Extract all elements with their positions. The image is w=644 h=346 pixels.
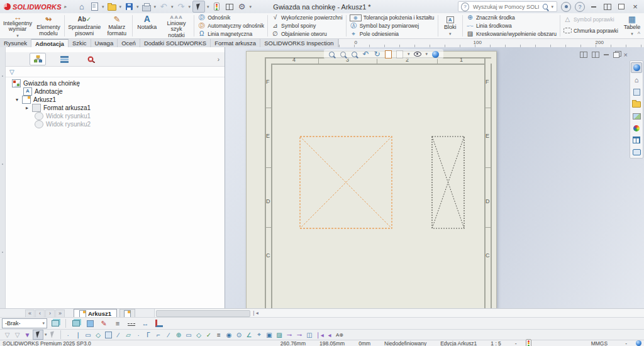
- zoom-in-out-icon[interactable]: [350, 50, 358, 59]
- user-account-icon[interactable]: [561, 2, 571, 12]
- hide-show-dropdown-icon[interactable]: ▾: [426, 52, 428, 57]
- document-close-icon[interactable]: ×: [624, 51, 628, 59]
- tree-item-root[interactable]: Gwiazda na choinkę: [6, 79, 225, 87]
- tree-item-format-arkusza1[interactable]: ▸ Format arkusza1: [6, 104, 225, 112]
- ribbon-blocks-button[interactable]: A Bloki ▾: [440, 13, 461, 38]
- document-minimize-icon[interactable]: [604, 54, 609, 55]
- feature-tree-tab[interactable]: [30, 53, 46, 65]
- forum-tab[interactable]: [631, 147, 641, 157]
- line-attributes-button[interactable]: ✎: [98, 318, 109, 328]
- expand-arrow-icon[interactable]: ▸: [25, 105, 30, 111]
- next-sheet-button[interactable]: ›: [45, 310, 55, 318]
- filter-block-icon[interactable]: ▣: [265, 330, 274, 339]
- window-layout-button[interactable]: [602, 3, 613, 11]
- layer-combobox[interactable]: -Brak- ▾: [2, 318, 47, 328]
- hide-show-edges-button[interactable]: ↔: [140, 318, 151, 328]
- tab-adnotacja[interactable]: Adnotacja: [31, 39, 69, 47]
- help-search-box[interactable]: ? ▾: [458, 1, 557, 12]
- ribbon-balloon-button[interactable]: ⒹOdnośnik: [197, 14, 264, 21]
- tables-dropdown-icon[interactable]: ▾: [631, 31, 633, 37]
- ribbon-datum-feature-button[interactable]: ⒶSymbol bazy pomiarowej: [350, 22, 435, 30]
- filter-edges-icon[interactable]: ❘: [74, 330, 83, 339]
- filter-datum-icon[interactable]: ∠: [245, 330, 254, 339]
- status-globe-icon[interactable]: [636, 340, 641, 346]
- ribbon-note-button[interactable]: A Notatka: [134, 13, 160, 38]
- ribbon-format-painter-button[interactable]: ✎ Malarz formatu: [103, 13, 131, 38]
- tree-item-adnotacje[interactable]: A Adnotacje: [6, 87, 225, 96]
- filter-annotation-icon[interactable]: ✓: [204, 330, 214, 339]
- rotate-view-icon[interactable]: ↻: [373, 50, 381, 59]
- lasso-select-tool[interactable]: [48, 330, 58, 339]
- filter-axis-icon[interactable]: ∕: [114, 330, 123, 339]
- print-dropdown-icon[interactable]: ▾: [154, 4, 157, 9]
- previous-view-icon[interactable]: ↶: [362, 50, 370, 59]
- view-orientation-icon[interactable]: [384, 50, 392, 59]
- undo-button[interactable]: ↶: [158, 1, 169, 12]
- tab-format-arkusza[interactable]: Format arkusza: [211, 39, 260, 47]
- property-manager-tab[interactable]: [56, 53, 72, 65]
- filter-pin2-icon[interactable]: ◂: [325, 330, 335, 339]
- tab-szkic[interactable]: Szkic: [69, 39, 91, 47]
- color-display-mode-button[interactable]: [153, 318, 165, 328]
- smart-dimension-dropdown-icon[interactable]: ▾: [16, 33, 19, 39]
- custom-properties-tab[interactable]: [631, 135, 641, 145]
- minimize-button[interactable]: [589, 3, 599, 11]
- new-dropdown-icon[interactable]: ▾: [102, 4, 104, 9]
- save-dropdown-icon[interactable]: ▾: [136, 4, 139, 9]
- status-units[interactable]: MMGS: [591, 340, 608, 346]
- undo-dropdown-icon[interactable]: ▾: [171, 4, 174, 9]
- graphics-area[interactable]: 4 3 2 1 F E D C F E D C: [225, 47, 644, 308]
- save-button[interactable]: [123, 1, 135, 12]
- ribbon-revision-symbol-button[interactable]: △Symbol poprawki: [564, 16, 618, 23]
- filter-surface-icon[interactable]: ◇: [94, 330, 103, 339]
- rebuild-button[interactable]: [211, 1, 223, 12]
- filter-text-icon[interactable]: A⊕: [335, 330, 345, 339]
- ribbon-collapse-icon[interactable]: ^: [638, 31, 640, 37]
- filter-funnel-icon[interactable]: ▽: [9, 69, 14, 75]
- file-properties-button[interactable]: [224, 1, 235, 12]
- filter-active-icon[interactable]: ▼: [23, 330, 32, 339]
- close-button[interactable]: ×: [630, 3, 640, 11]
- scrollbar-split-handle[interactable]: ❘◂: [252, 310, 258, 316]
- apply-scene-icon[interactable]: [431, 50, 440, 59]
- redo-dropdown-icon[interactable]: ▾: [189, 4, 191, 9]
- zoom-to-area-icon[interactable]: [339, 50, 347, 59]
- filter-midpoint-icon[interactable]: ∕: [164, 330, 174, 339]
- filter-sketch-icon[interactable]: Γ: [144, 330, 153, 339]
- select-tool-button[interactable]: [192, 1, 205, 13]
- filter-target-icon[interactable]: ⌖: [255, 330, 264, 339]
- filter-frame-icon[interactable]: ◫: [305, 330, 314, 339]
- filter-clear-icon[interactable]: ▽: [13, 330, 22, 339]
- filter-toggle-icon[interactable]: ▽: [3, 330, 12, 339]
- line-style-button[interactable]: [126, 318, 137, 328]
- filter-centerline-icon[interactable]: ▭: [184, 330, 194, 339]
- layer-properties-button[interactable]: [50, 318, 61, 328]
- filter-balloon-icon[interactable]: ◉: [225, 330, 234, 339]
- tab-uwaga[interactable]: Uwaga: [91, 39, 118, 47]
- select-dropdown-icon[interactable]: ▾: [207, 4, 209, 9]
- home-tab[interactable]: ⌂: [631, 75, 641, 85]
- panel-edge-strip[interactable]: [0, 47, 6, 308]
- last-sheet-button[interactable]: »: [55, 310, 65, 318]
- drawing-view-placeholder-selected[interactable]: [299, 136, 392, 229]
- search-icon[interactable]: [543, 4, 548, 9]
- tab-solidworks-inspection[interactable]: SOLIDWORKS Inspection: [260, 39, 338, 47]
- blocks-dropdown-icon[interactable]: ▾: [449, 31, 452, 37]
- ribbon-geometric-tolerance-button[interactable]: ⊕Tolerancja położenia i kształtu: [350, 14, 435, 21]
- ribbon-linear-note-pattern-button[interactable]: AAA Liniowy szyk notatki ▾: [160, 13, 193, 38]
- line-color-button[interactable]: [84, 318, 96, 328]
- ribbon-area-hatch-button[interactable]: ▨Kreskowanie/wypełnienie obszaru: [466, 30, 557, 38]
- options-button[interactable]: ⚙: [236, 1, 248, 12]
- file-explorer-tab[interactable]: [631, 99, 641, 109]
- appearances-tab[interactable]: [631, 123, 641, 133]
- zoom-to-fit-icon[interactable]: [328, 50, 336, 59]
- filter-weld-icon[interactable]: ⊙: [235, 330, 244, 339]
- design-library-tab[interactable]: [631, 87, 641, 97]
- ribbon-surface-finish-button[interactable]: √Wykończenie powierzchni: [271, 14, 343, 21]
- print-button[interactable]: [141, 1, 152, 12]
- search-dropdown-icon[interactable]: ▾: [551, 4, 553, 9]
- sheet-tab-arkusz1[interactable]: Arkusz1: [74, 309, 117, 318]
- tab-dodatki-solidworks[interactable]: Dodatki SOLIDWORKS: [140, 39, 211, 47]
- filter-dimension-icon[interactable]: ◇: [194, 330, 204, 339]
- ribbon-magnetic-line-button[interactable]: ΩLinia magnetyczna: [197, 30, 264, 38]
